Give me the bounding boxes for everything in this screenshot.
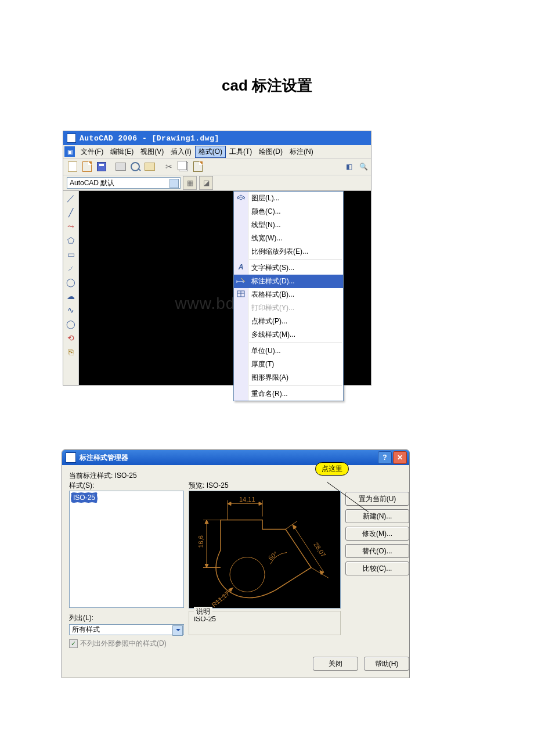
publish-button[interactable] xyxy=(143,160,157,174)
pan-button[interactable]: ◧ xyxy=(342,160,356,174)
ellipse-arc-tool[interactable]: ⟲ xyxy=(66,333,76,343)
menu-file[interactable]: 文件(F) xyxy=(77,146,107,158)
text-style-icon: A xyxy=(236,262,246,272)
help-button[interactable]: ? xyxy=(378,451,392,464)
zoom-button[interactable]: 🔍 xyxy=(356,160,370,174)
polygon-tool[interactable]: ⬠ xyxy=(66,235,76,246)
override-button[interactable]: 替代(O)... xyxy=(345,544,409,558)
menu-thickness[interactable]: 厚度(T) xyxy=(234,358,343,371)
menu-layer[interactable]: 图层(L)... xyxy=(234,192,343,205)
dimension-preview-svg: 14,11 16,6 xyxy=(189,491,340,608)
layer-combo[interactable]: AutoCAD 默认 xyxy=(67,177,181,189)
description-legend: 说明 xyxy=(194,607,212,617)
menu-scalelist[interactable]: 比例缩放列表(E)... xyxy=(234,245,343,258)
layer-manager-button[interactable]: ▦ xyxy=(183,176,197,190)
menu-insert[interactable]: 插入(I) xyxy=(167,146,194,158)
hide-xrefs-label: 不列出外部参照中的样式(D) xyxy=(80,639,167,649)
callout-badge: 点这里 xyxy=(315,462,349,476)
description-group: 说明 ISO-25 xyxy=(189,611,341,649)
window-title: AutoCAD 2006 - [Drawing1.dwg] xyxy=(80,134,219,143)
ellipse-tool[interactable]: ◯ xyxy=(66,319,76,329)
dim-style-icon xyxy=(236,276,246,285)
layer-icon xyxy=(236,193,246,202)
menu-bar: ▣ 文件(F) 编辑(E) 视图(V) 插入(I) 格式(O) 工具(T) 绘图… xyxy=(63,145,371,159)
copy-icon xyxy=(179,162,188,171)
hide-xrefs-row: ✓ 不列出外部参照中的样式(D) xyxy=(69,639,184,649)
layer-previous-button[interactable]: ◪ xyxy=(199,176,213,190)
dim-aligned-value: 28,07 xyxy=(312,541,327,559)
menu-dimstyle[interactable]: 标注样式(D)... xyxy=(234,275,343,288)
open-file-icon xyxy=(82,161,92,172)
open-button[interactable] xyxy=(80,160,94,174)
printer-icon xyxy=(116,163,126,171)
modify-button[interactable]: 修改(M)... xyxy=(345,527,409,541)
circle-tool[interactable]: ◯ xyxy=(66,277,76,287)
menu-units[interactable]: 单位(U)... xyxy=(234,344,343,358)
menu-view[interactable]: 视图(V) xyxy=(137,146,167,158)
layer-previous-icon: ◪ xyxy=(203,179,210,187)
autocad-window: AutoCAD 2006 - [Drawing1.dwg] ▣ 文件(F) 编辑… xyxy=(63,131,371,386)
cut-button[interactable]: ✂ xyxy=(162,160,176,174)
magnify-icon xyxy=(131,162,140,171)
menu-edit[interactable]: 编辑(E) xyxy=(107,146,137,158)
save-icon xyxy=(97,162,106,171)
layer-combo-value: AutoCAD 默认 xyxy=(70,178,114,188)
svg-point-8 xyxy=(230,557,265,592)
pline-tool[interactable]: ⤳ xyxy=(66,221,76,232)
preview-label: 预览: ISO-25 xyxy=(189,481,229,491)
print-button[interactable] xyxy=(114,160,128,174)
paste-button[interactable] xyxy=(191,160,205,174)
menu-linetype[interactable]: 线型(N)... xyxy=(234,218,343,232)
dim-top-value: 14,11 xyxy=(239,496,255,503)
compare-button[interactable]: 比较(C)... xyxy=(345,561,409,575)
system-menu-icon[interactable]: ▣ xyxy=(64,146,75,157)
menu-color[interactable]: 颜色(C)... xyxy=(234,205,343,218)
xline-tool[interactable]: ╱ xyxy=(66,207,76,218)
list-label: 列出(L): xyxy=(69,613,184,623)
style-item-iso25[interactable]: ISO-25 xyxy=(71,492,98,503)
new-button[interactable] xyxy=(66,160,80,174)
menu-dimension[interactable]: 标注(N) xyxy=(286,146,317,158)
preview-button[interactable] xyxy=(128,160,142,174)
insert-block-tool[interactable]: ⎘ xyxy=(66,347,76,357)
help-dialog-button[interactable]: 帮助(H) xyxy=(364,657,409,671)
menu-format[interactable]: 格式(O) xyxy=(195,146,226,158)
table-style-icon xyxy=(236,289,246,298)
close-window-button[interactable]: ✕ xyxy=(393,451,407,464)
zoom-icon: 🔍 xyxy=(359,163,368,171)
styles-label: 样式(S): xyxy=(69,481,184,491)
draw-toolbar: ／ ╱ ⤳ ⬠ ▭ ⟋ ◯ ☁ ∿ ◯ ⟲ ⎘ xyxy=(63,191,79,385)
autocad-app-icon xyxy=(67,134,76,143)
menu-tablestyle[interactable]: 表格样式(B)... xyxy=(234,288,343,301)
dimstyle-manager-dialog: 标注样式管理器 ? ✕ 当前标注样式: ISO-25 样式(S): ISO-25… xyxy=(62,449,410,678)
menu-draw[interactable]: 绘图(D) xyxy=(255,146,286,158)
save-button[interactable] xyxy=(95,160,109,174)
pan-icon: ◧ xyxy=(346,163,352,171)
menu-rename[interactable]: 重命名(R)... xyxy=(234,387,343,401)
menu-textstyle[interactable]: A 文字样式(S)... xyxy=(234,261,343,275)
paste-icon xyxy=(193,161,203,172)
menu-tools[interactable]: 工具(T) xyxy=(226,146,255,158)
copy-button[interactable] xyxy=(176,160,190,174)
revcloud-tool[interactable]: ☁ xyxy=(66,291,76,301)
list-combo[interactable]: 所有样式 xyxy=(69,624,184,635)
close-button[interactable]: 关闭 xyxy=(313,657,358,671)
menu-layer-label: 图层(L)... xyxy=(251,194,280,202)
format-menu-dropdown: 图层(L)... 颜色(C)... 线型(N)... 线宽(W)... 比例缩放… xyxy=(233,191,344,401)
line-tool[interactable]: ／ xyxy=(66,193,76,204)
menu-limits[interactable]: 图形界限(A) xyxy=(234,371,343,384)
menu-pointstyle[interactable]: 点样式(P)... xyxy=(234,315,343,328)
spline-tool[interactable]: ∿ xyxy=(66,305,76,315)
arc-tool[interactable]: ⟋ xyxy=(66,263,76,273)
styles-listbox[interactable]: ISO-25 xyxy=(69,491,184,608)
rect-tool[interactable]: ▭ xyxy=(66,249,76,260)
publish-icon xyxy=(145,163,155,171)
dialog-bottom-buttons: 关闭 帮助(H) xyxy=(189,657,409,671)
svg-line-11 xyxy=(311,568,329,578)
menu-separator xyxy=(249,386,342,386)
menu-tablestyle-label: 表格样式(B)... xyxy=(251,290,294,298)
menu-multiline[interactable]: 多线样式(M)... xyxy=(234,328,343,341)
drawing-canvas[interactable]: www.bdocx.com 图层(L)... 颜色(C)... 线型(N)...… xyxy=(79,191,371,385)
dialog-icon xyxy=(66,452,76,463)
menu-lineweight[interactable]: 线宽(W)... xyxy=(234,232,343,245)
